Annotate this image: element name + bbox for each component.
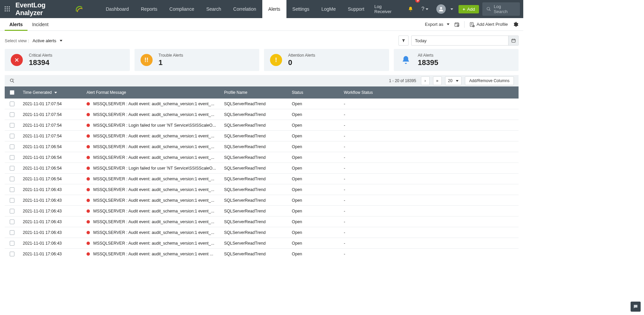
row-checkbox[interactable] bbox=[5, 219, 19, 224]
column-status-label: Status bbox=[292, 90, 303, 95]
svg-rect-4 bbox=[7, 8, 8, 9]
table-row[interactable]: 2021-11-01 17:07:54MSSQLSERVER : Login f… bbox=[5, 120, 519, 131]
cell-status: Open bbox=[288, 230, 340, 235]
table-row[interactable]: 2021-11-01 17:06:54MSSQLSERVER : Audit e… bbox=[5, 141, 519, 152]
log-receiver-link[interactable]: Log Receiver bbox=[370, 0, 404, 18]
filter-button[interactable] bbox=[398, 36, 409, 46]
date-range-input[interactable]: Today bbox=[411, 36, 519, 46]
page-next-button[interactable]: › bbox=[421, 76, 430, 85]
checkbox-icon bbox=[10, 102, 14, 106]
cell-profile: SQLServerReadTrend bbox=[221, 144, 288, 149]
cell-time: 2021-11-01 17:07:54 bbox=[19, 123, 83, 128]
row-checkbox[interactable] bbox=[5, 102, 19, 106]
row-checkbox[interactable] bbox=[5, 230, 19, 235]
cell-profile: SQLServerReadTrend bbox=[221, 187, 288, 192]
nav-logme[interactable]: LogMe bbox=[315, 0, 342, 18]
nav-alerts[interactable]: Alerts bbox=[262, 0, 286, 18]
table-row[interactable]: 2021-11-01 17:06:43MSSQLSERVER : Audit e… bbox=[5, 227, 519, 238]
cell-workflow: - bbox=[340, 209, 519, 213]
column-status[interactable]: Status bbox=[288, 90, 340, 95]
row-checkbox[interactable] bbox=[5, 187, 19, 192]
cell-time: 2021-11-01 17:06:54 bbox=[19, 177, 83, 181]
log-search-button[interactable]: Log Search bbox=[482, 2, 520, 16]
nav-settings[interactable]: Settings bbox=[286, 0, 316, 18]
card-attention-alerts[interactable]: ! Attention Alerts 0 bbox=[264, 49, 389, 71]
nav-dashboard[interactable]: Dashboard bbox=[100, 0, 135, 18]
card-all-alerts[interactable]: All Alerts 18395 bbox=[394, 49, 519, 71]
row-checkbox[interactable] bbox=[5, 144, 19, 149]
table-row[interactable]: 2021-11-01 17:06:43MSSQLSERVER : Audit e… bbox=[5, 195, 519, 206]
row-checkbox[interactable] bbox=[5, 209, 19, 213]
table-row[interactable]: 2021-11-01 17:06:43MSSQLSERVER : Audit e… bbox=[5, 206, 519, 216]
top-nav: EventLog Analyzer DashboardReportsCompli… bbox=[0, 0, 523, 18]
trouble-icon: !! bbox=[141, 54, 153, 66]
schedule-icon-button[interactable] bbox=[454, 22, 460, 27]
table-row[interactable]: 2021-11-01 17:07:54MSSQLSERVER : Audit e… bbox=[5, 131, 519, 141]
nav-correlation[interactable]: Correlation bbox=[227, 0, 262, 18]
table-row[interactable]: 2021-11-01 17:06:54MSSQLSERVER : Audit e… bbox=[5, 174, 519, 184]
table-row[interactable]: 2021-11-01 17:07:54MSSQLSERVER : Audit e… bbox=[5, 109, 519, 120]
cell-profile: SQLServerReadTrend bbox=[221, 134, 288, 138]
help-button[interactable]: ? bbox=[417, 0, 432, 18]
page-last-button[interactable]: » bbox=[433, 76, 442, 85]
column-message[interactable]: Alert Format Message bbox=[83, 90, 221, 95]
row-checkbox[interactable] bbox=[5, 241, 19, 246]
severity-dot-icon bbox=[87, 188, 90, 191]
user-menu[interactable] bbox=[432, 0, 455, 18]
severity-dot-icon bbox=[87, 134, 90, 138]
table-row[interactable]: 2021-11-01 17:06:54MSSQLSERVER : Audit e… bbox=[5, 152, 519, 163]
table-row[interactable]: 2021-11-01 17:06:43MSSQLSERVER : Audit e… bbox=[5, 184, 519, 195]
tab-alerts[interactable]: Alerts bbox=[5, 18, 28, 31]
avatar-icon bbox=[436, 4, 446, 14]
severity-dot-icon bbox=[87, 124, 90, 127]
sub-nav-right: Export as Add Alert Profile bbox=[425, 21, 519, 28]
nav-support[interactable]: Support bbox=[342, 0, 370, 18]
row-checkbox[interactable] bbox=[5, 155, 19, 160]
add-remove-columns-button[interactable]: Add/Remove Columns bbox=[465, 76, 514, 85]
row-checkbox[interactable] bbox=[5, 112, 19, 117]
severity-dot-icon bbox=[87, 167, 90, 170]
apps-grid-icon[interactable] bbox=[0, 0, 15, 18]
cell-workflow: - bbox=[340, 134, 519, 138]
card-title: Attention Alerts bbox=[288, 53, 315, 58]
view-dropdown[interactable]: Active alerts bbox=[33, 38, 62, 43]
select-all-checkbox[interactable] bbox=[5, 90, 19, 95]
cell-workflow: - bbox=[340, 187, 519, 192]
card-trouble-alerts[interactable]: !! Trouble Alerts 1 bbox=[135, 49, 260, 71]
cell-status: Open bbox=[288, 102, 340, 106]
calendar-button[interactable] bbox=[508, 36, 518, 45]
column-workflow[interactable]: Workflow Status bbox=[340, 90, 519, 95]
row-checkbox[interactable] bbox=[5, 134, 19, 138]
table-row[interactable]: 2021-11-01 17:07:54MSSQLSERVER : Audit e… bbox=[5, 99, 519, 109]
tab-incident[interactable]: Incident bbox=[28, 18, 53, 31]
row-checkbox[interactable] bbox=[5, 177, 19, 181]
nav-compliance[interactable]: Compliance bbox=[163, 0, 200, 18]
page-size-select[interactable]: 20 bbox=[445, 76, 462, 85]
search-settings-icon[interactable] bbox=[9, 78, 15, 83]
product-logo[interactable]: EventLog Analyzer bbox=[15, 1, 87, 17]
column-profile[interactable]: Profile Name bbox=[221, 90, 288, 95]
table-row[interactable]: 2021-11-01 17:06:43MSSQLSERVER : Audit e… bbox=[5, 249, 519, 256]
row-checkbox[interactable] bbox=[5, 252, 19, 256]
nav-search[interactable]: Search bbox=[200, 0, 227, 18]
table-header: Time Generated Alert Format Message Prof… bbox=[5, 86, 519, 99]
add-button[interactable]: + Add bbox=[459, 5, 479, 13]
row-checkbox[interactable] bbox=[5, 123, 19, 128]
notifications-button[interactable]: 3 bbox=[404, 0, 417, 18]
table-row[interactable]: 2021-11-01 17:06:43MSSQLSERVER : Audit e… bbox=[5, 238, 519, 249]
column-time-generated[interactable]: Time Generated bbox=[19, 90, 83, 95]
add-alert-profile-button[interactable]: Add Alert Profile bbox=[469, 22, 508, 27]
cell-workflow: - bbox=[340, 177, 519, 181]
settings-gear-button[interactable] bbox=[513, 21, 519, 27]
card-critical-alerts[interactable]: Critical Alerts 18394 bbox=[5, 49, 130, 71]
cell-message: MSSQLSERVER : Audit event: audit_schema_… bbox=[83, 134, 221, 138]
severity-dot-icon bbox=[87, 220, 90, 224]
row-checkbox[interactable] bbox=[5, 166, 19, 171]
table-row[interactable]: 2021-11-01 17:06:43MSSQLSERVER : Audit e… bbox=[5, 216, 519, 227]
row-checkbox[interactable] bbox=[5, 198, 19, 203]
export-as-dropdown[interactable]: Export as bbox=[425, 22, 449, 27]
svg-rect-2 bbox=[9, 6, 10, 7]
table-row[interactable]: 2021-11-01 17:06:54MSSQLSERVER : Login f… bbox=[5, 163, 519, 174]
cell-time: 2021-11-01 17:06:43 bbox=[19, 252, 83, 256]
nav-reports[interactable]: Reports bbox=[135, 0, 163, 18]
